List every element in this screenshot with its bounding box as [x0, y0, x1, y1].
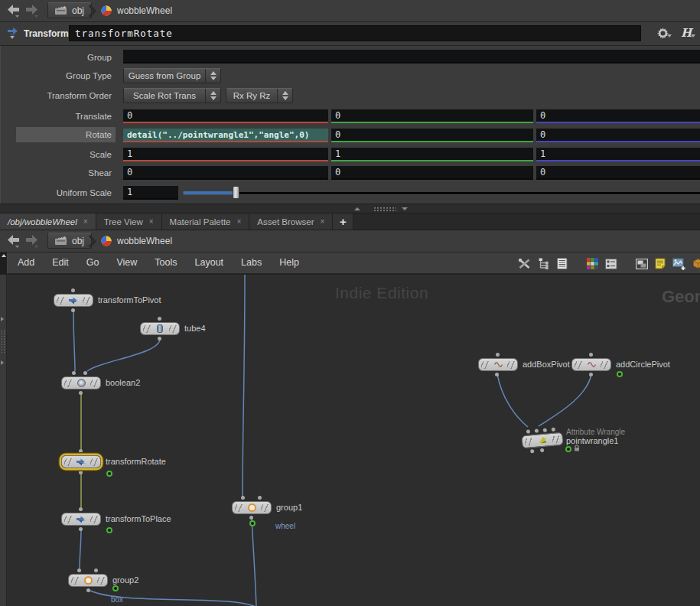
breadcrumb-context[interactable]: wobbleWheel	[101, 233, 172, 249]
back-button[interactable]	[6, 4, 21, 18]
node-group2[interactable]: group2 box	[68, 574, 108, 587]
node-transformToPlace[interactable]: transformToPlace	[61, 513, 101, 526]
back-button[interactable]	[6, 234, 21, 248]
output-connector[interactable]	[495, 373, 499, 376]
tab-close-icon[interactable]: ×	[237, 218, 242, 226]
display-flag[interactable]	[106, 471, 112, 477]
transform-order-dropdown[interactable]: Scale Rot Trans	[123, 88, 221, 103]
node-name-input[interactable]	[69, 25, 641, 41]
output-connector[interactable]	[71, 308, 75, 312]
splitter-down-arrow[interactable]	[402, 207, 408, 210]
menu-go[interactable]: Go	[86, 252, 99, 273]
splitter-up-arrow[interactable]	[354, 207, 360, 210]
tab-close-icon[interactable]: ×	[83, 218, 88, 226]
breadcrumb-obj[interactable]: obj	[47, 2, 92, 18]
uniform-scale-slider-handle[interactable]	[233, 186, 239, 199]
tab-close-icon[interactable]: ×	[321, 218, 325, 226]
rotate-order-dropdown[interactable]: Rx Ry Rz	[226, 88, 293, 103]
menu-edit[interactable]: Edit	[52, 252, 69, 273]
node-addBoxPivot[interactable]: addBoxPivot	[478, 358, 518, 371]
node-body[interactable]	[68, 574, 108, 587]
background-image-icon[interactable]	[672, 257, 685, 270]
input-connector[interactable]	[71, 288, 75, 292]
input-connector[interactable]	[589, 353, 593, 357]
display-flag[interactable]	[565, 446, 571, 452]
shear-x-field[interactable]	[123, 166, 328, 180]
color-palette-icon[interactable]	[586, 257, 600, 270]
new-tab-button[interactable]: +	[333, 213, 353, 230]
scale-x-field[interactable]	[123, 148, 328, 161]
translate-y-field[interactable]	[331, 109, 533, 123]
menu-add[interactable]: Add	[18, 252, 34, 273]
group-field[interactable]	[123, 50, 700, 64]
display-flag[interactable]	[112, 585, 119, 591]
output-connector[interactable]	[79, 471, 83, 474]
network-editor[interactable]: Indie Edition Geometry	[0, 274, 700, 606]
splitter-grip[interactable]	[373, 207, 396, 211]
tab-close-icon[interactable]: ×	[149, 218, 154, 226]
transform-order-spinner[interactable]	[205, 89, 220, 103]
node-body[interactable]	[140, 322, 180, 335]
input-connector[interactable]	[496, 353, 500, 357]
list-view-icon[interactable]	[555, 257, 569, 270]
node-body[interactable]	[232, 501, 272, 514]
input-connector[interactable]	[241, 496, 245, 500]
breadcrumb-obj[interactable]: obj	[47, 233, 92, 249]
scale-z-field[interactable]	[536, 148, 700, 161]
input-connector[interactable]	[77, 569, 81, 572]
menu-help[interactable]: Help	[279, 252, 299, 273]
node-addCirclePivot[interactable]: addCirclePivot	[571, 358, 611, 371]
translate-x-field[interactable]	[123, 109, 328, 123]
group-type-dropdown[interactable]: Guess from Group	[123, 68, 221, 83]
node-body[interactable]	[478, 358, 518, 371]
tab-tree-view[interactable]: Tree View ×	[96, 213, 162, 230]
output-connector[interactable]	[249, 516, 253, 520]
hierarchy-tree-icon[interactable]	[537, 257, 551, 270]
node-body[interactable]	[61, 513, 101, 526]
output-connector[interactable]	[79, 391, 83, 395]
input-connector[interactable]	[258, 496, 262, 500]
parameter-grid-icon[interactable]	[604, 257, 618, 270]
menu-view[interactable]: View	[116, 252, 137, 273]
rotate-y-field[interactable]	[331, 129, 533, 142]
node-body[interactable]	[571, 358, 611, 371]
tab-material-palette[interactable]: Material Palette ×	[162, 213, 250, 230]
uniform-scale-slider-track[interactable]	[183, 192, 700, 195]
input-connector[interactable]	[72, 371, 76, 375]
node-body[interactable]	[54, 294, 93, 307]
menu-layout[interactable]: Layout	[195, 252, 224, 273]
output-connector[interactable]	[86, 588, 90, 592]
input-connector[interactable]	[83, 371, 87, 375]
network-pane-splitter-strip[interactable]	[0, 275, 7, 606]
node-transformToPivot[interactable]: transformToPivot	[54, 294, 93, 307]
floating-panel-icon[interactable]	[635, 257, 649, 270]
tools-wrench-icon[interactable]	[517, 257, 531, 270]
output-connector[interactable]	[158, 337, 161, 340]
tab-obj-wobblewheel[interactable]: /obj/wobbleWheel ×	[0, 213, 96, 230]
rotate-z-field[interactable]	[536, 129, 700, 142]
display-flag[interactable]	[106, 527, 112, 533]
pane-splitter[interactable]	[0, 204, 700, 213]
shear-y-field[interactable]	[331, 166, 533, 180]
shear-z-field[interactable]	[536, 166, 700, 180]
display-flag[interactable]	[249, 520, 256, 526]
node-transformRotate[interactable]: transformRotate	[61, 455, 101, 468]
rotate-x-expression-field[interactable]	[123, 129, 328, 142]
node-body[interactable]	[61, 376, 101, 389]
output-connector[interactable]	[589, 373, 593, 376]
group-type-spinner[interactable]	[205, 69, 220, 83]
input-connector[interactable]	[94, 569, 98, 572]
uniform-scale-field[interactable]	[123, 186, 178, 200]
scale-y-field[interactable]	[331, 148, 533, 161]
forward-button[interactable]	[25, 234, 41, 248]
node-group1[interactable]: group1 wheel	[232, 501, 272, 514]
breadcrumb-context[interactable]: wobbleWheel	[101, 2, 172, 18]
node-tube4[interactable]: tube4	[140, 322, 180, 335]
node-body[interactable]	[61, 455, 101, 468]
display-flag[interactable]	[617, 371, 623, 377]
tab-asset-browser[interactable]: Asset Browser ×	[249, 213, 333, 230]
sticky-note-icon[interactable]	[653, 257, 667, 270]
translate-z-field[interactable]	[536, 109, 700, 123]
input-connector[interactable]	[79, 507, 83, 511]
menu-labs[interactable]: Labs	[241, 252, 262, 273]
